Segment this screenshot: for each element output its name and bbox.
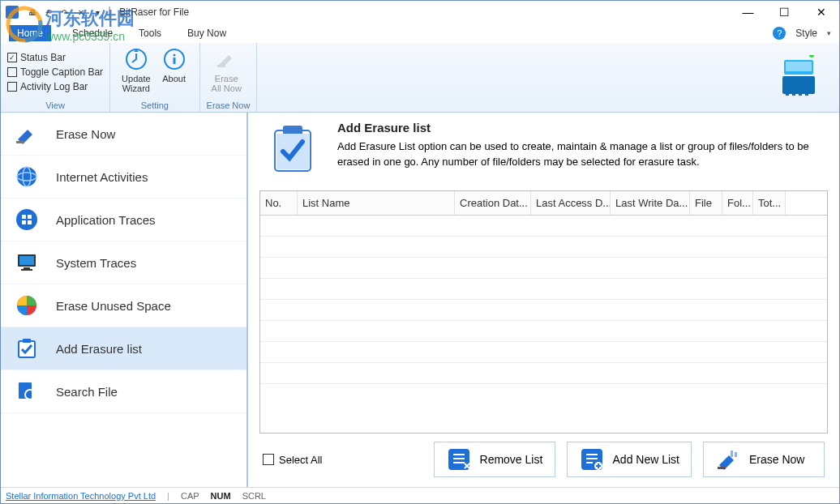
table-row <box>260 237 827 258</box>
menu-tools[interactable]: Tools <box>134 25 166 41</box>
select-all-label: Select All <box>279 454 322 466</box>
bitraser-logo-icon <box>774 53 823 102</box>
qat-dropdown-icon[interactable]: ▾ <box>90 5 105 19</box>
sidebar: Erase Now Internet Activities Applicatio… <box>1 113 248 487</box>
table-column-header[interactable]: List Name <box>298 191 455 215</box>
svg-rect-18 <box>22 215 26 219</box>
titlebar: 🖶 ↶ ↷ ✕ ▾ | BitRaser for File — ☐ ✕ <box>1 1 839 23</box>
svg-rect-3 <box>173 58 175 64</box>
table-body <box>260 216 827 433</box>
remove-list-icon <box>446 446 472 472</box>
unused-space-icon <box>14 293 40 318</box>
update-wizard-button[interactable]: Update Wizard <box>117 45 155 95</box>
table-row <box>260 300 827 321</box>
table-column-header[interactable]: File <box>690 191 722 215</box>
sidebar-item-application-traces[interactable]: Application Traces <box>1 199 246 241</box>
qat-close-icon[interactable]: ✕ <box>74 5 88 19</box>
table-column-header[interactable]: Fol... <box>722 191 753 215</box>
sidebar-item-label: System Traces <box>56 256 136 270</box>
ribbon-group-setting: Update Wizard About Setting <box>110 43 199 112</box>
logo-area <box>758 43 839 112</box>
svg-rect-24 <box>24 267 30 269</box>
status-cap: CAP <box>181 491 199 501</box>
svg-rect-13 <box>16 141 24 143</box>
ribbon-group-setting-label: Setting <box>117 100 192 112</box>
add-new-list-label: Add New List <box>613 453 679 466</box>
svg-rect-23 <box>19 256 34 265</box>
svg-point-14 <box>17 167 36 186</box>
search-file-icon <box>14 378 40 404</box>
svg-rect-36 <box>453 454 465 455</box>
sidebar-item-system-traces[interactable]: System Traces <box>1 241 246 284</box>
menu-buy-now[interactable]: Buy Now <box>182 25 231 41</box>
company-link[interactable]: Stellar Information Technology Pvt Ltd <box>6 491 156 501</box>
activity-log-bar-checkbox[interactable]: Activity Log Bar <box>7 79 88 94</box>
table-row <box>260 216 827 237</box>
svg-point-2 <box>173 54 175 57</box>
svg-rect-20 <box>22 220 26 224</box>
svg-rect-42 <box>586 454 598 455</box>
erase-all-now-button[interactable]: Erase All Now <box>207 45 246 95</box>
toggle-caption-bar-label: Toggle Caption Bar <box>20 66 103 78</box>
status-scrl: SCRL <box>242 491 266 501</box>
system-traces-icon <box>14 250 40 275</box>
style-dropdown-icon[interactable]: ▾ <box>827 29 831 37</box>
erase-now-button[interactable]: Erase Now <box>703 442 825 477</box>
about-button[interactable]: About <box>156 45 193 95</box>
svg-rect-49 <box>731 451 733 457</box>
svg-line-31 <box>33 398 37 402</box>
svg-rect-25 <box>21 269 32 271</box>
select-all-checkbox[interactable]: Select All <box>263 454 322 466</box>
sidebar-item-erase-now[interactable]: Erase Now <box>1 113 246 156</box>
sidebar-item-erase-unused-space[interactable]: Erase Unused Space <box>1 284 246 327</box>
menu-schedule[interactable]: Schedule <box>67 25 118 41</box>
menu-home[interactable]: Home <box>9 25 51 41</box>
sidebar-item-add-erasure-list[interactable]: Add Erasure list <box>1 327 246 370</box>
help-icon[interactable]: ? <box>773 27 786 40</box>
status-bar-checkbox[interactable]: ✓ Status Bar <box>7 50 66 65</box>
remove-list-label: Remove List <box>480 453 543 466</box>
table-row <box>260 342 827 363</box>
sidebar-item-internet-activities[interactable]: Internet Activities <box>1 156 246 199</box>
table-column-header[interactable]: Last Write Da... <box>611 191 690 215</box>
sidebar-item-label: Search File <box>56 385 118 399</box>
content-panel: Add Erasure list Add Erasure List option… <box>248 113 839 487</box>
table-column-header[interactable]: Tot... <box>753 191 786 215</box>
add-new-list-button[interactable]: Add New List <box>567 442 692 477</box>
svg-point-17 <box>16 209 37 230</box>
remove-list-button[interactable]: Remove List <box>434 442 555 477</box>
table-column-header[interactable]: Last Access D... <box>531 191 611 215</box>
clipboard-check-icon <box>259 121 324 177</box>
svg-rect-21 <box>28 220 32 224</box>
content-description: Add Erasure List option can be used to c… <box>337 139 828 170</box>
svg-point-12 <box>809 55 814 58</box>
table-column-header[interactable]: Creation Dat... <box>455 191 531 215</box>
main-area: Erase Now Internet Activities Applicatio… <box>1 113 839 487</box>
svg-rect-48 <box>718 467 726 469</box>
content-header: Add Erasure list Add Erasure List option… <box>259 121 828 186</box>
svg-rect-11 <box>805 88 808 96</box>
svg-rect-50 <box>735 452 737 457</box>
table-row <box>260 321 827 342</box>
svg-rect-6 <box>786 62 812 71</box>
qat-undo-icon[interactable]: ↶ <box>41 5 56 19</box>
qat-print-icon[interactable]: 🖶 <box>25 5 40 19</box>
table-row <box>260 258 827 279</box>
svg-rect-37 <box>453 458 465 459</box>
svg-rect-19 <box>28 215 32 219</box>
menu-style[interactable]: Style <box>791 25 822 41</box>
svg-rect-44 <box>586 462 593 463</box>
maximize-button[interactable]: ☐ <box>766 1 803 23</box>
close-button[interactable]: ✕ <box>803 1 839 23</box>
svg-rect-28 <box>23 339 31 343</box>
sidebar-item-label: Erase Now <box>56 127 115 141</box>
content-title: Add Erasure list <box>337 121 828 135</box>
menubar: Home Schedule Tools Buy Now ? Style ▾ <box>1 23 839 43</box>
sidebar-item-search-file[interactable]: Search File <box>1 370 246 413</box>
svg-rect-43 <box>586 458 598 459</box>
toggle-caption-bar-checkbox[interactable]: Toggle Caption Bar <box>7 65 103 79</box>
erase-now-btn-label: Erase Now <box>749 453 804 466</box>
qat-redo-icon[interactable]: ↷ <box>58 5 72 19</box>
table-column-header[interactable]: No. <box>260 191 298 215</box>
minimize-button[interactable]: — <box>730 1 766 23</box>
